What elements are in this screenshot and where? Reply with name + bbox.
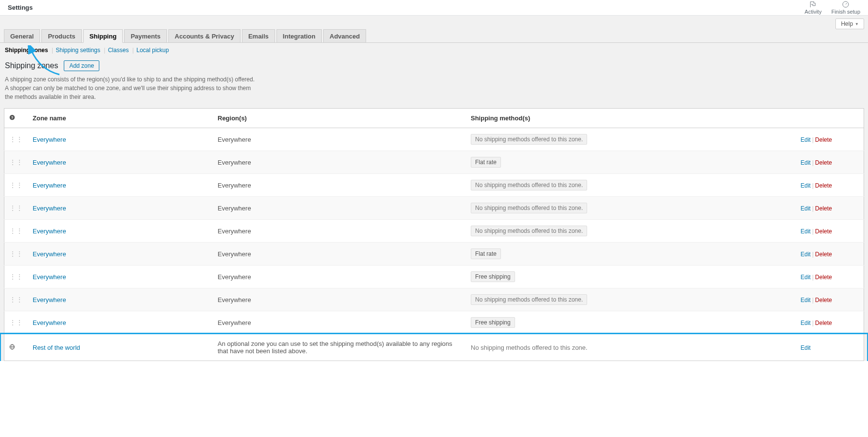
delete-link[interactable]: Delete xyxy=(815,297,832,304)
method-chip-none: No shipping methods offered to this zone… xyxy=(471,203,587,213)
subnav-settings[interactable]: Shipping settings xyxy=(55,47,100,54)
edit-link[interactable]: Edit xyxy=(801,251,811,258)
rest-region-text: An optional zone you can use to set the … xyxy=(213,334,466,361)
tab-shipping[interactable]: Shipping xyxy=(83,29,123,43)
zone-name-link[interactable]: Everywhere xyxy=(33,159,66,166)
tab-accounts-privacy[interactable]: Accounts & Privacy xyxy=(168,29,240,42)
zone-methods: Flat rate xyxy=(466,243,796,266)
tab-advanced[interactable]: Advanced xyxy=(323,29,366,42)
zone-name-link[interactable]: Everywhere xyxy=(33,182,66,189)
col-regions: Region(s) xyxy=(213,109,466,128)
edit-link[interactable]: Edit xyxy=(801,205,811,212)
method-chip: Flat rate xyxy=(471,248,501,259)
edit-link[interactable]: Edit xyxy=(801,228,811,235)
drag-handle-icon[interactable]: ⋮⋮ xyxy=(9,182,23,189)
tab-integration[interactable]: Integration xyxy=(277,29,322,42)
activity-button[interactable]: Activity xyxy=(805,0,822,15)
col-actions xyxy=(796,109,864,128)
method-chip: Flat rate xyxy=(471,157,501,168)
drag-handle-icon[interactable]: ⋮⋮ xyxy=(9,273,23,280)
drag-handle-icon[interactable]: ⋮⋮ xyxy=(9,319,23,326)
zone-row: ⋮⋮EverywhereEverywhereNo shipping method… xyxy=(4,174,864,197)
section-title: Shipping zones xyxy=(5,61,58,70)
method-chip-none: No shipping methods offered to this zone… xyxy=(471,294,587,305)
col-sort: ? xyxy=(4,109,28,128)
delete-link[interactable]: Delete xyxy=(815,274,832,281)
zone-name-link[interactable]: Everywhere xyxy=(33,250,66,258)
zone-name-link[interactable]: Everywhere xyxy=(33,296,66,304)
delete-link[interactable]: Delete xyxy=(815,228,832,235)
zone-name-link[interactable]: Everywhere xyxy=(33,273,66,281)
tab-general[interactable]: General xyxy=(4,29,40,42)
zone-methods: No shipping methods offered to this zone… xyxy=(466,220,796,243)
edit-link[interactable]: Edit xyxy=(801,159,811,166)
tab-payments[interactable]: Payments xyxy=(124,29,166,42)
zone-methods: No shipping methods offered to this zone… xyxy=(466,197,796,220)
col-zone-name: Zone name xyxy=(28,109,213,128)
shipping-subnav: Shipping zones | Shipping settings | Cla… xyxy=(0,43,868,54)
drag-handle-icon[interactable]: ⋮⋮ xyxy=(9,205,23,211)
drag-handle-icon[interactable]: ⋮⋮ xyxy=(9,250,23,257)
header-actions: Activity Finish setup xyxy=(805,0,860,15)
zone-row: ⋮⋮EverywhereEverywhereNo shipping method… xyxy=(4,128,864,151)
zone-row: ⋮⋮EverywhereEverywhereFree shippingEdit|… xyxy=(4,266,864,288)
page-title: Settings xyxy=(8,4,33,11)
zone-region: Everywhere xyxy=(213,174,466,197)
delete-link[interactable]: Delete xyxy=(815,320,832,326)
globe-icon xyxy=(9,344,15,351)
drag-handle-icon[interactable]: ⋮⋮ xyxy=(9,136,23,143)
zone-name-link[interactable]: Everywhere xyxy=(33,136,66,143)
delete-link[interactable]: Delete xyxy=(815,136,832,143)
zone-methods: Free shipping xyxy=(466,266,796,288)
zone-region: Everywhere xyxy=(213,311,466,334)
edit-link[interactable]: Edit xyxy=(801,274,811,281)
zone-methods: No shipping methods offered to this zone… xyxy=(466,128,796,151)
method-chip-none: No shipping methods offered to this zone… xyxy=(471,180,587,190)
drag-handle-icon[interactable]: ⋮⋮ xyxy=(9,159,23,166)
rest-of-world-row: Rest of the world An optional zone you c… xyxy=(4,334,864,361)
rest-method-text: No shipping methods offered to this zone… xyxy=(471,344,588,351)
zone-methods: No shipping methods offered to this zone… xyxy=(466,288,796,311)
zone-row: ⋮⋮EverywhereEverywhereNo shipping method… xyxy=(4,288,864,311)
drag-handle-icon[interactable]: ⋮⋮ xyxy=(9,296,23,303)
zone-name-link[interactable]: Everywhere xyxy=(33,228,66,235)
subnav-classes[interactable]: Classes xyxy=(108,47,129,54)
zone-region: Everywhere xyxy=(213,243,466,266)
tab-products[interactable]: Products xyxy=(41,29,81,42)
zone-region: Everywhere xyxy=(213,151,466,174)
subnav-pickup[interactable]: Local pickup xyxy=(136,47,169,54)
edit-link[interactable]: Edit xyxy=(801,320,811,326)
edit-link[interactable]: Edit xyxy=(801,297,811,304)
zone-row: ⋮⋮EverywhereEverywhereNo shipping method… xyxy=(4,197,864,220)
section-header: Shipping zones Add zone xyxy=(0,54,868,73)
method-chip: Free shipping xyxy=(471,317,515,328)
delete-link[interactable]: Delete xyxy=(815,205,832,212)
rest-zone-name[interactable]: Rest of the world xyxy=(33,344,80,351)
rest-edit-link[interactable]: Edit xyxy=(801,344,811,351)
zone-region: Everywhere xyxy=(213,197,466,220)
tab-emails[interactable]: Emails xyxy=(242,29,275,42)
delete-link[interactable]: Delete xyxy=(815,159,832,166)
section-description: A shipping zone consists of the region(s… xyxy=(0,73,263,108)
chevron-down-icon: ▼ xyxy=(855,22,859,26)
edit-link[interactable]: Edit xyxy=(801,182,811,189)
zone-row: ⋮⋮EverywhereEverywhereFlat rateEdit|Dele… xyxy=(4,243,864,266)
method-chip: Free shipping xyxy=(471,271,515,282)
finish-setup-button[interactable]: Finish setup xyxy=(831,0,860,15)
edit-link[interactable]: Edit xyxy=(801,136,811,143)
drag-handle-icon[interactable]: ⋮⋮ xyxy=(9,228,23,234)
zone-name-link[interactable]: Everywhere xyxy=(33,205,66,212)
shipping-zones-table: ? Zone name Region(s) Shipping method(s)… xyxy=(4,108,864,361)
content-area: Help ▼ GeneralProductsShippingPaymentsAc… xyxy=(0,16,868,361)
zone-row: ⋮⋮EverywhereEverywhereNo shipping method… xyxy=(4,220,864,243)
zone-name-link[interactable]: Everywhere xyxy=(33,319,66,326)
subnav-zones[interactable]: Shipping zones xyxy=(5,47,48,54)
add-zone-button[interactable]: Add zone xyxy=(64,60,99,71)
zone-methods: No shipping methods offered to this zone… xyxy=(466,174,796,197)
delete-link[interactable]: Delete xyxy=(815,251,832,258)
zone-region: Everywhere xyxy=(213,128,466,151)
help-tab[interactable]: Help ▼ xyxy=(835,19,864,29)
delete-link[interactable]: Delete xyxy=(815,182,832,189)
zone-region: Everywhere xyxy=(213,220,466,243)
help-icon[interactable]: ? xyxy=(9,114,15,122)
